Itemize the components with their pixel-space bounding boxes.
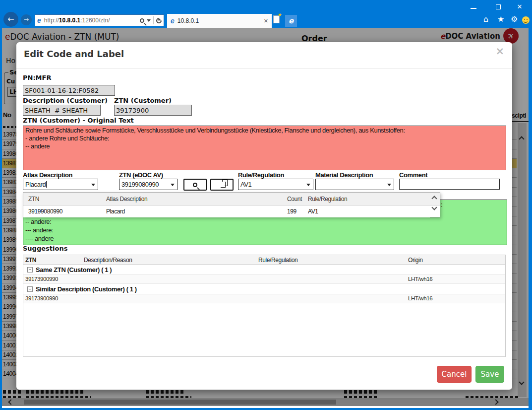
dropdown-header-ztn: ZTN xyxy=(28,196,39,203)
tab-close-icon[interactable]: ✕ xyxy=(264,18,268,24)
original-text-box: Rohre und Schläuche sowie Formstücke, Ve… xyxy=(23,126,506,170)
description-customer-field[interactable] xyxy=(23,105,101,116)
dropdown-header-rule: Rule/Regulation xyxy=(308,196,347,203)
search-button[interactable] xyxy=(183,179,207,191)
dropdown-header-count: Count xyxy=(287,196,302,203)
window-bottom-strip xyxy=(2,406,529,408)
window-close-icon: ✕ xyxy=(517,3,523,10)
tab-title: 10.8.0.1 xyxy=(177,17,199,24)
atlas-description-value: Placard xyxy=(25,181,46,188)
suggestions-table: ZTN Description/Reason Rule/Regulation O… xyxy=(23,255,506,357)
ztn-edoc-av-label: ZTN (eDOC AV) xyxy=(119,171,163,179)
minimize-button[interactable] xyxy=(466,2,481,12)
address-bar[interactable]: e http://10.8.0.1:12600/ztn/ xyxy=(35,14,164,26)
suggestions-header-ztn: ZTN xyxy=(25,257,36,264)
dropdown-row-count: 199 xyxy=(287,208,296,215)
suggestion-group-similar-description[interactable]: Similar Description (Customer) ( 1 ) xyxy=(23,284,505,294)
dropdown-row-ztn: 39199080990 xyxy=(28,208,62,215)
dropdown-scroll-up-icon[interactable] xyxy=(431,196,437,201)
maximize-button[interactable] xyxy=(491,2,506,12)
chevron-down-icon xyxy=(171,184,175,186)
ztn-dropdown-panel: ZTN Atlas Description Count Rule/Regulat… xyxy=(23,192,440,217)
cancel-button[interactable]: Cancel xyxy=(437,366,472,383)
magnifier-icon xyxy=(193,183,197,187)
ztn-customer-label: ZTN (Customer) xyxy=(114,97,172,104)
chevron-down-icon xyxy=(91,184,95,186)
page-viewport: eDOC Aviation - ZTN (MUT) Order eDOC Avi… xyxy=(2,28,529,406)
dropdown-row-rule: AV1 xyxy=(308,208,318,215)
settings-button[interactable]: ⚙ xyxy=(511,15,518,24)
collapse-icon[interactable] xyxy=(27,286,33,292)
suggestions-header-rule: Rule/Regulation xyxy=(258,257,297,264)
ztn-customer-field[interactable] xyxy=(114,105,192,116)
suggestion-ztn: 39173900990 xyxy=(25,276,58,282)
material-description-label: Material Description xyxy=(315,171,373,179)
copy-icon xyxy=(221,182,226,188)
tab-favicon: e xyxy=(171,17,175,25)
window-close-button[interactable]: ✕ xyxy=(512,2,527,12)
forward-button[interactable]: → xyxy=(21,14,32,25)
material-description-combo[interactable] xyxy=(315,179,394,190)
comment-label: Comment xyxy=(399,171,427,179)
suggestion-origin: LHT/wh16 xyxy=(408,276,432,282)
maximize-icon xyxy=(496,4,501,9)
url-host: 10.8.0.1 xyxy=(59,17,80,24)
back-button[interactable]: ← xyxy=(3,12,18,27)
comment-field[interactable] xyxy=(399,179,500,190)
browser-tab[interactable]: e 10.8.0.1 ✕ xyxy=(167,14,272,28)
edoc-av-text-line: -- andere: xyxy=(25,217,505,226)
dropdown-header-row: ZTN Atlas Description Count Rule/Regulat… xyxy=(23,193,440,205)
dropdown-scroll-buttons[interactable] xyxy=(430,194,439,211)
suggestion-row[interactable]: 39173900990 LHT/wh16 xyxy=(23,275,505,284)
home-icon: ⌂ xyxy=(483,14,488,24)
star-icon: ★ xyxy=(497,14,504,24)
ztn-edoc-av-value: 39199080990 xyxy=(121,181,159,188)
suggestions-label: Suggestions xyxy=(23,245,67,252)
original-text-line: -- andere xyxy=(25,142,504,150)
feedback-button[interactable] xyxy=(522,16,530,24)
dialog-close-icon[interactable]: × xyxy=(495,45,504,57)
back-arrow-icon: ← xyxy=(7,14,14,24)
suggestion-row[interactable]: 39173900990 LHT/wh16 xyxy=(23,294,505,303)
copy-button[interactable] xyxy=(210,179,234,191)
chevron-down-icon xyxy=(306,184,310,186)
ie-favicon: e xyxy=(37,16,41,24)
url-protocol: http:// xyxy=(44,17,59,24)
suggestion-group-title: Same ZTN (Customer) ( 1 ) xyxy=(36,266,112,273)
suggestion-ztn: 39173900990 xyxy=(25,295,58,301)
save-button[interactable]: Save xyxy=(475,366,504,383)
suggestion-group-same-ztn[interactable]: Same ZTN (Customer) ( 1 ) xyxy=(23,265,505,275)
edoc-av-text-line: --- andere: xyxy=(25,226,505,234)
url-path: :12600/ztn/ xyxy=(80,17,110,24)
search-icon[interactable] xyxy=(140,18,144,23)
new-tab-page-icon: ★ xyxy=(273,15,280,23)
chevron-down-icon xyxy=(387,184,391,186)
refresh-icon[interactable] xyxy=(155,16,163,24)
favorites-button[interactable]: ★ xyxy=(497,15,504,24)
dropdown-header-atlas: Atlas Description xyxy=(106,196,147,203)
home-button[interactable]: ⌂ xyxy=(483,15,488,24)
dropdown-result-row[interactable]: 39199080990 Placard 199 AV1 xyxy=(23,205,430,217)
atlas-description-combo[interactable]: Placard xyxy=(23,179,98,190)
ie-suggested-sites-button[interactable]: e xyxy=(285,15,297,27)
browser-window: ✕ ← → e http://10.8.0.1:12600/ztn/ e 10.… xyxy=(0,0,532,410)
rule-regulation-combo[interactable]: AV1 xyxy=(238,179,313,190)
pn-mfr-label: PN:MFR xyxy=(23,74,51,81)
ztn-edoc-av-combo[interactable]: 39199080990 xyxy=(119,179,177,190)
description-customer-label: Description (Customer) xyxy=(23,97,108,104)
minimize-icon xyxy=(471,8,476,9)
suggestions-header-origin: Origin xyxy=(408,257,423,264)
atlas-description-label: Atlas Description xyxy=(23,171,72,179)
suggestion-group-title: Similar Description (Customer) ( 1 ) xyxy=(36,285,137,293)
suggestions-header-desc: Description/Reason xyxy=(84,257,132,264)
address-dropdown-icon[interactable] xyxy=(147,19,151,22)
dropdown-scroll-down-icon[interactable] xyxy=(431,205,437,210)
new-tab-button[interactable]: ★ xyxy=(273,15,280,25)
suggestion-origin: LHT/wh16 xyxy=(408,295,432,301)
browser-chrome: ✕ ← → e http://10.8.0.1:12600/ztn/ e 10.… xyxy=(0,0,532,28)
rule-regulation-label: Rule/Regulation xyxy=(238,171,284,179)
forward-arrow-icon: → xyxy=(24,16,29,23)
pn-mfr-field[interactable] xyxy=(23,85,115,96)
edit-code-label-dialog: Edit Code and Label × PN:MFR Description… xyxy=(16,42,512,390)
collapse-icon[interactable] xyxy=(27,267,33,273)
